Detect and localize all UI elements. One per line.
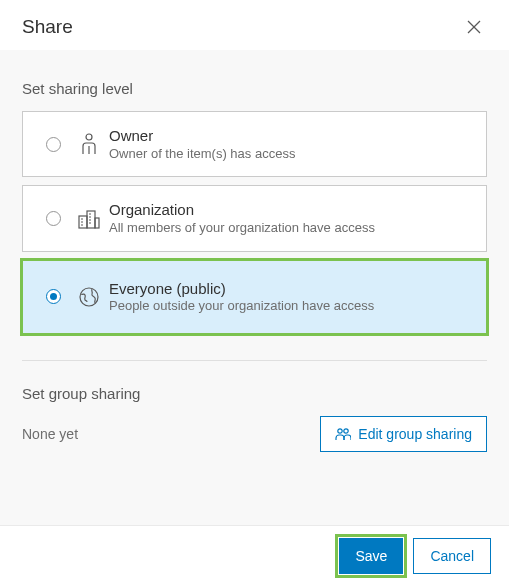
edit-group-sharing-label: Edit group sharing — [358, 426, 472, 442]
sharing-option-text: Owner Owner of the item(s) has access — [109, 126, 472, 162]
radio-everyone[interactable] — [37, 289, 69, 304]
owner-icon — [69, 132, 109, 156]
svg-point-2 — [86, 134, 92, 140]
group-icon — [335, 427, 351, 441]
sharing-option-organization[interactable]: Organization All members of your organiz… — [22, 185, 487, 251]
cancel-button[interactable]: Cancel — [413, 538, 491, 574]
option-description: All members of your organization have ac… — [109, 220, 472, 237]
svg-point-17 — [344, 429, 348, 433]
dialog-title: Share — [22, 16, 73, 38]
group-sharing-title: Set group sharing — [22, 385, 487, 402]
globe-icon — [69, 286, 109, 308]
dialog-header: Share — [0, 0, 509, 50]
group-sharing-status: None yet — [22, 426, 78, 442]
sharing-option-text: Everyone (public) People outside your or… — [109, 279, 472, 315]
dialog-body: Set sharing level Owner Owner of the ite… — [0, 50, 509, 525]
svg-point-15 — [80, 288, 98, 306]
save-button[interactable]: Save — [339, 538, 403, 574]
option-title: Everyone (public) — [109, 279, 472, 299]
sharing-option-owner[interactable]: Owner Owner of the item(s) has access — [22, 111, 487, 177]
dialog-footer: Save Cancel — [0, 525, 509, 586]
share-dialog: Share Set sharing level — [0, 0, 509, 586]
sharing-option-text: Organization All members of your organiz… — [109, 200, 472, 236]
svg-rect-7 — [95, 218, 99, 228]
radio-owner[interactable] — [37, 137, 69, 152]
section-divider — [22, 360, 487, 361]
group-sharing-row: None yet Edit group sharing — [22, 416, 487, 452]
option-description: People outside your organization have ac… — [109, 298, 472, 315]
option-title: Owner — [109, 126, 472, 146]
close-icon — [465, 18, 483, 36]
sharing-level-title: Set sharing level — [22, 80, 487, 97]
option-title: Organization — [109, 200, 472, 220]
organization-icon — [69, 208, 109, 230]
close-button[interactable] — [461, 14, 487, 40]
radio-organization[interactable] — [37, 211, 69, 226]
svg-point-16 — [338, 429, 342, 433]
sharing-option-everyone[interactable]: Everyone (public) People outside your or… — [22, 260, 487, 334]
edit-group-sharing-button[interactable]: Edit group sharing — [320, 416, 487, 452]
option-description: Owner of the item(s) has access — [109, 146, 472, 163]
